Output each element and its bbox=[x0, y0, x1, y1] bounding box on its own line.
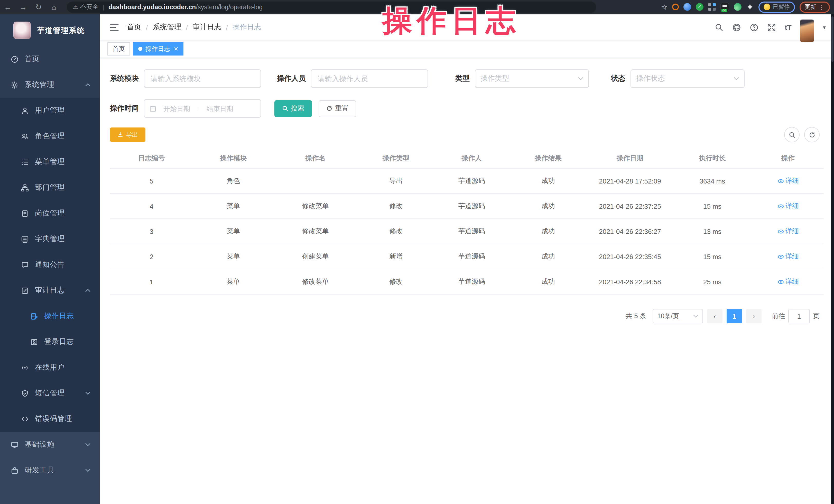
caret-down-icon[interactable]: ▾ bbox=[823, 24, 826, 30]
export-button[interactable]: 导出 bbox=[110, 128, 146, 142]
paused-chip[interactable]: 已暂停 bbox=[759, 1, 795, 13]
browser-scrollbar[interactable] bbox=[831, 15, 834, 504]
detail-link[interactable]: 详细 bbox=[777, 252, 799, 261]
reset-button[interactable]: 重置 bbox=[319, 100, 356, 117]
table-cell: 芋道源码 bbox=[435, 194, 509, 218]
sidebar-item-audit-logs[interactable]: 审计日志 bbox=[0, 278, 100, 303]
orange-ring-extension-icon[interactable] bbox=[672, 4, 679, 10]
sidebar-item-dictionary[interactable]: 字典管理 bbox=[0, 226, 100, 252]
table-cell: 15 ms bbox=[673, 244, 752, 269]
dark-on-extension-icon[interactable]: on bbox=[720, 3, 729, 11]
sidebar-item-dev-tools[interactable]: 研发工具 bbox=[0, 458, 100, 483]
sidebar-item-operate-log[interactable]: 操作日志 bbox=[0, 303, 100, 329]
sidebar-item-system[interactable]: 系统管理 bbox=[0, 72, 100, 98]
avatar[interactable] bbox=[800, 20, 814, 42]
module-input[interactable] bbox=[144, 69, 261, 88]
home-icon[interactable]: ⌂ bbox=[46, 3, 62, 11]
date-range-picker[interactable]: - bbox=[144, 99, 261, 118]
detail-link[interactable]: 详细 bbox=[777, 176, 799, 185]
sidebar-item-roles[interactable]: 角色管理 bbox=[0, 123, 100, 149]
update-label: 更新 bbox=[805, 3, 816, 11]
sidebar-item-departments[interactable]: 部门管理 bbox=[0, 175, 100, 200]
refresh-icon[interactable]: ↻ bbox=[31, 2, 46, 12]
col-type: 操作类型 bbox=[357, 149, 435, 168]
search-icon[interactable] bbox=[715, 23, 724, 31]
forward-icon[interactable]: → bbox=[16, 3, 31, 11]
start-date-input[interactable] bbox=[159, 105, 194, 112]
detail-link[interactable]: 详细 bbox=[777, 201, 799, 211]
detail-link[interactable]: 详细 bbox=[777, 277, 799, 286]
blue-drop-extension-icon[interactable] bbox=[683, 3, 691, 11]
warning-icon: ⚠ bbox=[73, 4, 78, 10]
sidebar-item-error-codes[interactable]: 错误码管理 bbox=[0, 406, 100, 432]
table-cell: 导出 bbox=[357, 169, 435, 193]
sidebar-item-infrastructure[interactable]: 基础设施 bbox=[0, 432, 100, 458]
green-check-extension-icon[interactable]: ✓ bbox=[696, 3, 703, 11]
search-button[interactable]: 搜索 bbox=[275, 100, 312, 117]
end-date-input[interactable] bbox=[202, 105, 237, 112]
logo-row[interactable]: 芋道管理系统 bbox=[0, 15, 100, 46]
col-date: 操作日期 bbox=[588, 149, 672, 168]
tag-operate-log[interactable]: 操作日志 ✕ bbox=[133, 42, 183, 56]
white-star-extension-icon[interactable] bbox=[746, 3, 754, 11]
goto-page-input[interactable] bbox=[788, 309, 810, 323]
divider: | bbox=[103, 3, 104, 10]
refresh-icon bbox=[326, 105, 332, 112]
sidebar-item-posts[interactable]: 岗位管理 bbox=[0, 200, 100, 226]
tag-home[interactable]: 首页 bbox=[107, 42, 130, 56]
font-size-icon[interactable]: tT bbox=[785, 23, 792, 31]
breadcrumb-home[interactable]: 首页 bbox=[127, 23, 141, 32]
table-cell: 成功 bbox=[509, 194, 588, 218]
sidebar-item-sms[interactable]: 短信管理 bbox=[0, 380, 100, 406]
calendar-icon bbox=[150, 105, 156, 112]
collapse-sidebar-icon[interactable] bbox=[110, 23, 119, 31]
fullscreen-icon[interactable] bbox=[767, 23, 776, 31]
green-leaf-extension-icon[interactable] bbox=[734, 3, 742, 11]
search-icon bbox=[282, 105, 288, 112]
detail-link[interactable]: 详细 bbox=[777, 227, 799, 236]
page-size-select[interactable]: 10条/页 bbox=[653, 309, 703, 323]
next-page-button[interactable]: › bbox=[746, 309, 762, 323]
table-cell: 修改菜单 bbox=[273, 269, 357, 294]
table-cell: 成功 bbox=[509, 244, 588, 269]
table-row: 5角色导出芋道源码成功2021-04-28 17:52:093634 ms详细 bbox=[110, 169, 824, 194]
sidebar-item-users[interactable]: 用户管理 bbox=[0, 98, 100, 123]
security-label[interactable]: 不安全 bbox=[80, 3, 98, 11]
scrollbar-thumb[interactable] bbox=[831, 17, 833, 62]
table-cell bbox=[273, 169, 357, 193]
update-button[interactable]: 更新 ⋮ bbox=[799, 1, 830, 13]
breadcrumb-audit[interactable]: 审计日志 bbox=[193, 23, 221, 32]
kebab-menu-icon[interactable]: ⋮ bbox=[818, 3, 825, 10]
sidebar-item-online-users[interactable]: 在线用户 bbox=[0, 355, 100, 380]
chevron-down-icon bbox=[578, 77, 583, 80]
sidebar-item-menus[interactable]: 菜单管理 bbox=[0, 149, 100, 175]
type-label: 类型 bbox=[455, 74, 470, 83]
show-search-button[interactable] bbox=[784, 127, 799, 143]
grid-extension-icon[interactable] bbox=[708, 3, 716, 11]
sidebar-item-home[interactable]: 首页 bbox=[0, 46, 100, 72]
navbar-actions: tT ▾ bbox=[715, 12, 826, 42]
table-cell: 2021-04-26 22:34:58 bbox=[588, 269, 672, 294]
toolbox-icon bbox=[11, 466, 19, 474]
page-1-button[interactable]: 1 bbox=[727, 309, 742, 323]
close-icon[interactable]: ✕ bbox=[174, 45, 178, 52]
status-select[interactable]: 操作状态 bbox=[631, 69, 745, 88]
breadcrumb-operate-log: 操作日志 bbox=[233, 23, 261, 32]
back-icon[interactable]: ← bbox=[0, 3, 16, 11]
refresh-table-button[interactable] bbox=[804, 127, 819, 143]
table-cell: 4 bbox=[110, 194, 193, 218]
breadcrumb-system[interactable]: 系统管理 bbox=[153, 23, 181, 32]
col-name: 操作名 bbox=[273, 149, 357, 168]
sidebar-item-notices[interactable]: 通知公告 bbox=[0, 252, 100, 278]
sidebar-item-login-log[interactable]: 登录日志 bbox=[0, 329, 100, 355]
prev-page-button[interactable]: ‹ bbox=[707, 309, 723, 323]
type-select[interactable]: 操作类型 bbox=[475, 69, 589, 88]
github-icon[interactable] bbox=[732, 23, 741, 31]
audit-icon bbox=[21, 287, 29, 294]
table-tools bbox=[784, 127, 819, 143]
bookmark-star-icon[interactable]: ☆ bbox=[661, 3, 667, 11]
operator-input[interactable] bbox=[311, 69, 428, 88]
system-submenu: 用户管理 角色管理 菜单管理 部门管理 bbox=[0, 98, 100, 432]
help-icon[interactable] bbox=[750, 23, 759, 31]
table-cell: 3 bbox=[110, 219, 193, 244]
